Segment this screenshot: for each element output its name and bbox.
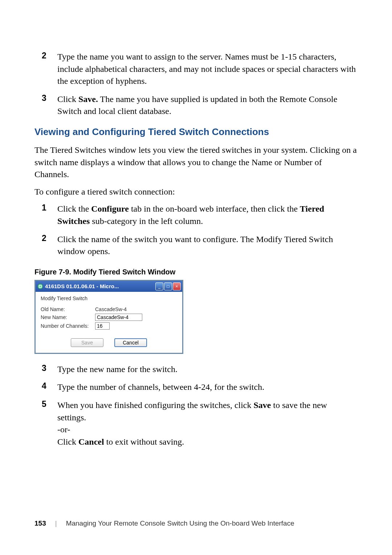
step-item: 1 Click the Configure tab in the on-boar… xyxy=(42,203,358,227)
step-number: 3 xyxy=(42,93,54,118)
step-item: 4 Type the number of channels, between 4… xyxy=(42,381,358,393)
channels-label: Number of Channels: xyxy=(41,323,95,329)
old-name-label: Old Name: xyxy=(41,306,95,312)
figure-caption: Figure 7-9. Modify Tiered Switch Window xyxy=(34,268,358,276)
form-row-channels: Number of Channels: xyxy=(41,322,177,330)
save-button[interactable]: Save xyxy=(71,338,103,347)
step-text: Type the name you want to assign to the … xyxy=(57,51,358,87)
minimize-button[interactable]: _ xyxy=(155,282,163,290)
channels-input[interactable] xyxy=(95,322,110,330)
step-number: 3 xyxy=(42,363,54,376)
text-bold: Save xyxy=(254,400,271,410)
maximize-button[interactable]: □ xyxy=(164,282,172,290)
cancel-button[interactable]: Cancel xyxy=(114,338,147,347)
new-name-label: New Name: xyxy=(41,314,95,320)
close-icon: × xyxy=(176,284,178,289)
step-number: 2 xyxy=(42,51,54,87)
form-row-new-name: New Name: xyxy=(41,314,177,321)
text-suffix: The name you have supplied is updated in… xyxy=(57,94,337,116)
step-text: Click the name of the switch you want to… xyxy=(57,233,358,258)
dialog-button-row: Save Cancel xyxy=(41,338,177,347)
dialog-window: 4161DS 01.01.06.01 - Micro... _ □ × Modi… xyxy=(34,280,183,354)
close-button[interactable]: × xyxy=(173,282,181,290)
window-title: 4161DS 01.01.06.01 - Micro... xyxy=(45,283,154,289)
step-text: Click Save. The name you have supplied i… xyxy=(57,93,358,118)
text-mid: tab in the on-board web interface, then … xyxy=(129,204,300,213)
step-text: Type the number of channels, between 4-2… xyxy=(57,381,264,393)
text-prefix: Click the xyxy=(57,204,91,213)
step-text: Type the new name for the switch. xyxy=(57,363,177,376)
step-item: 5 When you have finished configuring the… xyxy=(42,399,358,448)
step-number: 4 xyxy=(42,381,54,393)
step-number: 1 xyxy=(42,203,54,227)
page-number: 153 xyxy=(34,519,46,527)
text-suffix: sub-category in the left column. xyxy=(90,216,203,226)
text-prefix: Click xyxy=(57,94,78,104)
step-text: When you have finished configuring the s… xyxy=(57,399,358,448)
section-heading: Viewing and Configuring Tiered Switch Co… xyxy=(34,126,358,138)
dialog-subtitle: Modify Tiered Switch xyxy=(41,295,177,301)
text-prefix: When you have finished configuring the s… xyxy=(57,400,254,410)
text-or: -or- xyxy=(57,425,70,434)
window-controls: _ □ × xyxy=(155,282,181,290)
footer-text: Managing Your Remote Console Switch Usin… xyxy=(66,519,294,527)
text-line3-bold: Cancel xyxy=(78,437,104,446)
maximize-icon: □ xyxy=(167,284,169,289)
text-bold: Save. xyxy=(78,94,98,104)
window-titlebar: 4161DS 01.01.06.01 - Micro... _ □ × xyxy=(36,281,182,292)
step-number: 5 xyxy=(42,399,54,448)
svg-point-0 xyxy=(38,284,43,289)
old-name-value: CascadeSw-4 xyxy=(95,306,127,312)
step-text: Click the Configure tab in the on-board … xyxy=(57,203,358,227)
step-number: 2 xyxy=(42,233,54,258)
minimize-icon: _ xyxy=(158,284,160,289)
app-icon xyxy=(37,283,44,290)
step-item: 3 Click Save. The name you have supplied… xyxy=(42,93,358,118)
step-item: 2 Type the name you want to assign to th… xyxy=(42,51,358,87)
form-row-old-name: Old Name: CascadeSw-4 xyxy=(41,306,177,312)
text-line3-prefix: Click xyxy=(57,437,78,446)
paragraph: To configure a tiered switch connection: xyxy=(34,186,358,198)
page-footer: 153 | Managing Your Remote Console Switc… xyxy=(34,519,294,527)
new-name-input[interactable] xyxy=(95,314,142,321)
text-line3-suffix: to exit without saving. xyxy=(104,437,184,446)
text-bold: Configure xyxy=(91,204,129,213)
step-item: 2 Click the name of the switch you want … xyxy=(42,233,358,258)
footer-divider: | xyxy=(55,519,57,527)
step-item: 3 Type the new name for the switch. xyxy=(42,363,358,376)
dialog-body: Modify Tiered Switch Old Name: CascadeSw… xyxy=(36,292,182,353)
paragraph: The Tiered Switches window lets you view… xyxy=(34,144,358,181)
